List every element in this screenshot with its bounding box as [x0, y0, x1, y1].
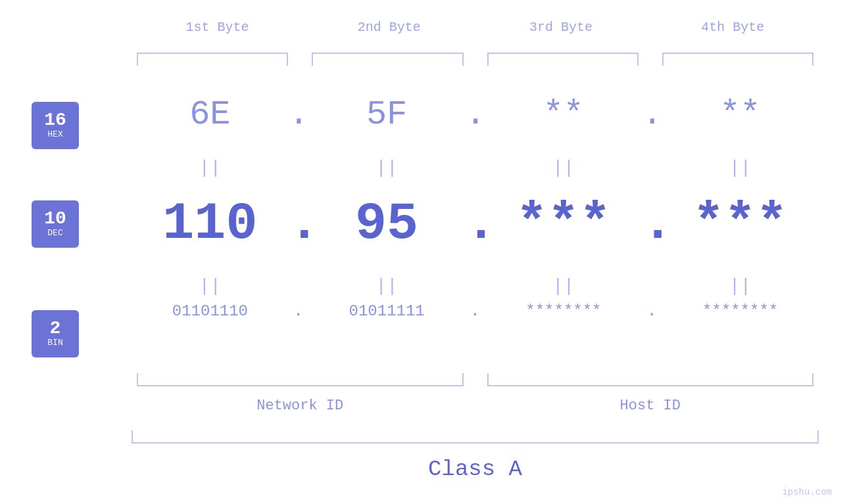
- badge-dec-lbl: DEC: [47, 228, 62, 239]
- bin-dot-2: .: [466, 302, 485, 320]
- byte-header-1: 1st Byte: [132, 20, 303, 35]
- badge-dec: 10 DEC: [32, 200, 79, 248]
- bin-row: 01101110 . 01011111 . ******** . *******…: [132, 302, 819, 320]
- top-bracket-4: [662, 53, 813, 66]
- byte-headers: 1st Byte 2nd Byte 3rd Byte 4th Byte: [132, 20, 819, 35]
- top-bracket-3: [487, 53, 639, 66]
- eq-seg-6: ||: [308, 276, 466, 296]
- host-id-label: Host ID: [482, 398, 819, 414]
- badge-bin-lbl: BIN: [47, 338, 62, 349]
- bottom-brackets: [132, 373, 819, 386]
- net-host-labels: Network ID Host ID: [132, 398, 819, 414]
- bracket-host: [487, 373, 814, 386]
- bin-dot-3: .: [642, 302, 662, 320]
- eq-seg-5: ||: [132, 276, 289, 296]
- hex-val-3: **: [485, 95, 642, 134]
- eq-seg-4: ||: [662, 158, 819, 178]
- badge-hex-num: 16: [44, 111, 66, 129]
- byte-header-2: 2nd Byte: [303, 20, 475, 35]
- badge-hex: 16 HEX: [32, 102, 79, 149]
- bin-val-4: ********: [662, 302, 819, 320]
- byte-header-3: 3rd Byte: [475, 20, 647, 35]
- class-label: Class A: [132, 457, 819, 482]
- bin-val-2: 01011111: [308, 302, 466, 320]
- dec-val-3: ***: [485, 194, 642, 254]
- bracket-network: [137, 373, 464, 386]
- bin-dot-1: .: [289, 302, 308, 320]
- dec-dot-2: .: [466, 194, 485, 254]
- hex-dot-3: .: [642, 95, 662, 134]
- dec-dot-3: .: [642, 194, 662, 254]
- badge-bin: 2 BIN: [32, 310, 79, 357]
- eq-seg-2: ||: [308, 158, 466, 178]
- eq-seg-7: ||: [485, 276, 642, 296]
- eq-seg-8: ||: [662, 276, 819, 296]
- hex-val-2: 5F: [308, 95, 466, 134]
- dec-val-4: ***: [662, 194, 819, 254]
- top-bracket-1: [137, 53, 288, 66]
- hex-val-4: **: [662, 95, 819, 134]
- hex-val-1: 6E: [132, 95, 289, 134]
- bin-val-1: 01101110: [132, 302, 289, 320]
- hex-dot-2: .: [466, 95, 485, 134]
- dec-row: 110 . 95 . *** . ***: [132, 194, 819, 254]
- eq-seg-1: ||: [132, 158, 289, 178]
- bin-val-3: ********: [485, 302, 642, 320]
- network-id-label: Network ID: [132, 398, 469, 414]
- equals-row-2: || || || ||: [132, 276, 819, 296]
- dec-val-1: 110: [132, 194, 289, 254]
- badge-dec-num: 10: [44, 210, 66, 228]
- eq-seg-3: ||: [485, 158, 642, 178]
- byte-header-4: 4th Byte: [647, 20, 819, 35]
- big-bottom-bracket: [132, 430, 819, 444]
- badge-bin-num: 2: [50, 319, 61, 338]
- badge-hex-lbl: HEX: [47, 129, 62, 141]
- hex-dot-1: .: [289, 95, 308, 134]
- main-container: 16 HEX 10 DEC 2 BIN 1st Byte 2nd Byte 3r…: [0, 0, 845, 504]
- hex-row: 6E . 5F . ** . **: [132, 95, 819, 134]
- dec-dot-1: .: [289, 194, 308, 254]
- top-bracket-2: [312, 53, 463, 66]
- equals-row-1: || || || ||: [132, 158, 819, 178]
- watermark: ipshu.com: [782, 487, 832, 497]
- top-brackets: [132, 53, 819, 66]
- dec-val-2: 95: [308, 194, 466, 254]
